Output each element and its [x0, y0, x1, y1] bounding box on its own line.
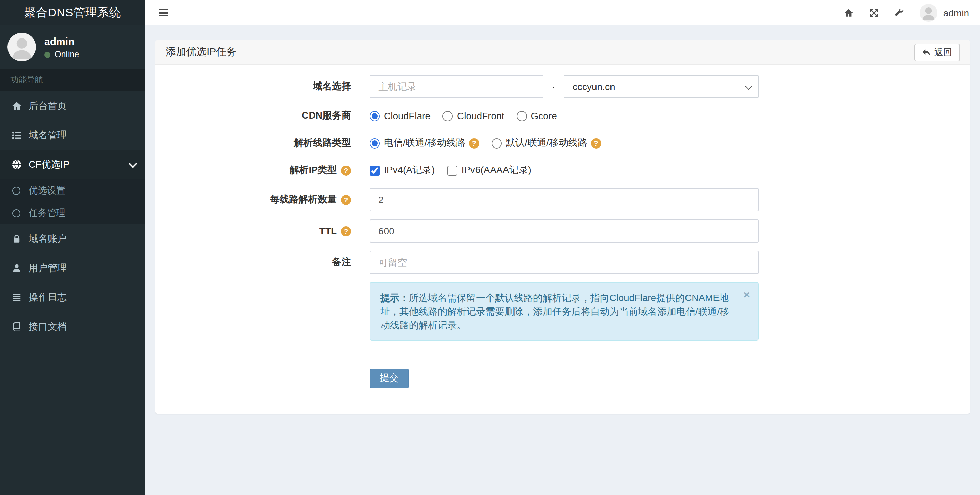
add-task-panel: 添加优选IP任务 返回 域名选择 ·	[156, 40, 970, 414]
user-status-label: Online	[54, 50, 79, 59]
log-list-icon	[10, 292, 22, 303]
field-label-records-per-line: 每线路解析数量 ?	[165, 194, 351, 206]
domain-select[interactable]: cccyun.cn	[564, 75, 759, 98]
settings-wrench-icon[interactable]	[895, 8, 904, 17]
app-title: 聚合DNS管理系统	[0, 0, 145, 25]
sidebar-item-label: 域名管理	[29, 129, 67, 141]
sidebar-item-task-management[interactable]: 任务管理	[0, 201, 145, 224]
chevron-down-icon	[129, 159, 137, 168]
help-question-icon[interactable]: ?	[469, 138, 479, 148]
records-per-line-input[interactable]	[369, 188, 759, 211]
sidebar-item-label: 接口文档	[29, 320, 67, 333]
home-icon	[10, 101, 22, 111]
ip-type-option-ipv4[interactable]: IPv4(A记录)	[369, 164, 434, 176]
field-label-cdn-provider: CDN服务商	[165, 110, 351, 122]
topbar-user-label: admin	[943, 7, 969, 18]
back-button-label: 返回	[934, 46, 952, 58]
line-type-option-isp[interactable]: 电信/联通/移动线路 ?	[369, 137, 479, 149]
home-icon[interactable]	[844, 8, 854, 17]
field-label-ttl: TTL ?	[165, 225, 351, 236]
sidebar-toggle-button[interactable]	[159, 9, 168, 16]
circle-o-icon	[10, 186, 22, 195]
avatar	[920, 4, 938, 21]
sidebar-item-preferred-settings[interactable]: 优选设置	[0, 179, 145, 201]
cdn-option-gcore[interactable]: Gcore	[517, 110, 557, 121]
sidebar-item-api-docs[interactable]: 接口文档	[0, 312, 145, 341]
sidebar: 聚合DNS管理系统 admin Online 功能导航 后台首页	[0, 0, 145, 495]
avatar	[8, 33, 36, 61]
add-task-form: 域名选择 · cccyun.cn	[156, 65, 970, 414]
sidebar-user-panel: admin Online	[0, 25, 145, 69]
page-title: 添加优选IP任务	[165, 46, 237, 59]
topbar: admin	[145, 0, 980, 25]
help-question-icon[interactable]: ?	[341, 226, 351, 236]
field-label-ip-type: 解析IP类型 ?	[165, 164, 351, 176]
sidebar-item-label: 域名账户	[29, 233, 67, 245]
sidebar-item-dashboard[interactable]: 后台首页	[0, 91, 145, 121]
content-area: 添加优选IP任务 返回 域名选择 ·	[145, 25, 980, 495]
sidebar-item-domains[interactable]: 域名管理	[0, 121, 145, 150]
sidebar-submenu: 优选设置 任务管理	[0, 179, 145, 224]
sidebar-nav-header: 功能导航	[0, 69, 145, 91]
user-name: admin	[44, 35, 79, 48]
sidebar-item-cf-ip[interactable]: CF优选IP	[0, 150, 145, 179]
back-button[interactable]: 返回	[914, 43, 959, 61]
sidebar-item-domain-accounts[interactable]: 域名账户	[0, 224, 145, 254]
help-question-icon[interactable]: ?	[341, 165, 351, 175]
circle-o-icon	[10, 209, 22, 217]
field-label-domain: 域名选择	[165, 80, 351, 93]
user-status: Online	[44, 50, 79, 59]
ttl-input[interactable]	[369, 219, 759, 243]
ip-type-option-ipv6[interactable]: IPv6(AAAA记录)	[447, 164, 531, 176]
user-icon	[10, 263, 22, 273]
app-window: 聚合DNS管理系统 admin Online 功能导航 后台首页	[0, 0, 980, 495]
reply-arrow-icon	[921, 49, 930, 56]
fullscreen-icon[interactable]	[870, 8, 879, 17]
domain-separator: ·	[543, 81, 564, 92]
field-label-line-type: 解析线路类型	[165, 137, 351, 149]
line-type-option-default[interactable]: 默认/联通/移动线路 ?	[492, 137, 601, 149]
list-ul-icon	[10, 130, 22, 140]
online-status-icon	[44, 51, 51, 57]
lock-icon	[10, 234, 22, 244]
help-question-icon[interactable]: ?	[591, 138, 601, 148]
globe-icon	[10, 159, 22, 170]
help-question-icon[interactable]: ?	[341, 195, 351, 205]
sidebar-item-label: 用户管理	[29, 262, 67, 274]
info-alert-prefix: 提示：	[380, 292, 409, 303]
sidebar-menu: 后台首页 域名管理 CF优选IP	[0, 91, 145, 341]
info-alert-text: 所选域名需保留一个默认线路的解析记录，指向CloudFlare提供的CNAME地…	[380, 292, 729, 330]
remark-input[interactable]	[369, 251, 759, 274]
sidebar-item-user-management[interactable]: 用户管理	[0, 254, 145, 283]
main-area: admin 添加优选IP任务 返回 域名选择	[145, 0, 980, 495]
book-icon	[10, 322, 22, 332]
sidebar-item-label: 优选设置	[29, 184, 65, 197]
panel-heading: 添加优选IP任务 返回	[156, 40, 970, 65]
topbar-user-menu[interactable]: admin	[920, 4, 969, 21]
cdn-option-cloudflare[interactable]: CloudFlare	[369, 110, 431, 121]
field-label-remark: 备注	[165, 256, 351, 268]
sidebar-item-label: 后台首页	[29, 100, 67, 112]
cdn-option-cloudfront[interactable]: CloudFront	[443, 110, 504, 121]
sidebar-item-operation-logs[interactable]: 操作日志	[0, 283, 145, 312]
sidebar-item-label: 操作日志	[29, 291, 67, 303]
host-record-input[interactable]	[369, 75, 543, 98]
info-alert: 提示：所选域名需保留一个默认线路的解析记录，指向CloudFlare提供的CNA…	[369, 282, 759, 341]
close-icon[interactable]: ×	[743, 290, 750, 300]
sidebar-item-label: 任务管理	[29, 207, 65, 219]
domain-select-wrap: cccyun.cn	[564, 75, 759, 98]
sidebar-item-label: CF优选IP	[29, 159, 70, 171]
sidebar-group-cf-ip: CF优选IP 优选设置 任务管理	[0, 150, 145, 224]
submit-button[interactable]: 提交	[369, 368, 409, 388]
